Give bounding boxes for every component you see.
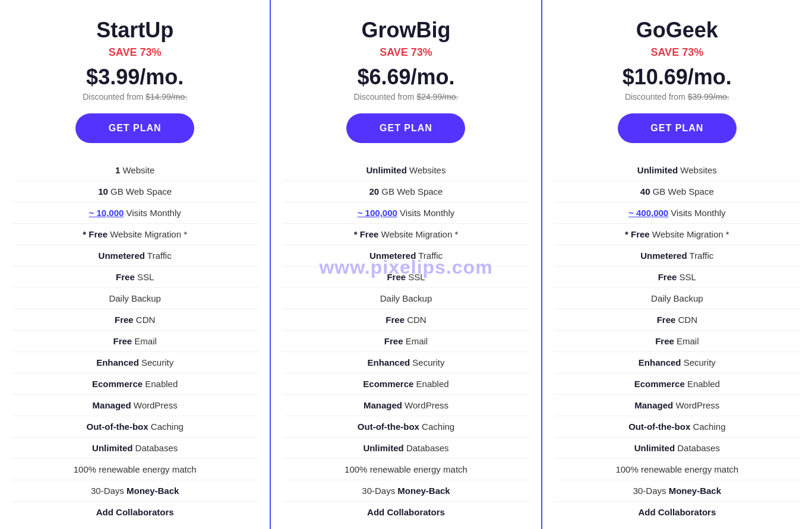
plan-col-growbig: www.pixelips.comGrowBigSAVE 73%$6.69/mo.… <box>271 0 542 529</box>
plan-save-startup: SAVE 73% <box>109 46 162 59</box>
list-item: Managed WordPress <box>554 395 800 416</box>
list-item: Daily Backup <box>12 288 258 309</box>
list-item: Free Email <box>554 331 800 352</box>
plan-name-gogeek: GoGeek <box>636 18 718 43</box>
list-item: 30-Days Money-Back <box>12 480 258 502</box>
plan-original-price-startup: Discounted from $14.99/mo. <box>83 92 187 102</box>
list-item: Managed WordPress <box>283 395 529 416</box>
plan-name-growbig: GrowBig <box>361 18 450 43</box>
list-item: Out-of-the-box Caching <box>12 416 258 438</box>
list-item: Add Collaborators <box>554 502 800 522</box>
plan-price-growbig: $6.69/mo. <box>357 65 454 90</box>
list-item: ~ 100,000 Visits Monthly <box>283 202 529 224</box>
list-item: Ecommerce Enabled <box>283 373 529 395</box>
plan-name-startup: StartUp <box>96 18 173 43</box>
plan-col-startup: StartUpSAVE 73%$3.99/mo.Discounted from … <box>0 0 271 529</box>
get-plan-button-startup[interactable]: GET PLAN <box>75 113 194 143</box>
list-item: 30-Days Money-Back <box>283 480 529 502</box>
list-item: Add Collaborators <box>283 502 529 522</box>
list-item: Ecommerce Enabled <box>12 373 258 395</box>
list-item: Daily Backup <box>283 288 529 309</box>
plan-original-price-growbig: Discounted from $24.99/mo. <box>354 92 459 102</box>
plan-price-startup: $3.99/mo. <box>86 65 184 90</box>
get-plan-button-growbig[interactable]: GET PLAN <box>346 113 465 143</box>
list-item: * Free Website Migration * <box>554 224 800 245</box>
list-item: Unmetered Traffic <box>554 245 800 267</box>
plan-col-gogeek: GoGeekSAVE 73%$10.69/mo.Discounted from … <box>542 0 812 529</box>
list-item: ~ 10,000 Visits Monthly <box>12 202 258 224</box>
list-item: Unlimited Databases <box>554 438 800 459</box>
list-item: Unlimited Databases <box>283 438 529 459</box>
list-item: Unlimited Websites <box>554 160 800 181</box>
list-item: Unlimited Databases <box>12 438 258 459</box>
list-item: Free CDN <box>283 309 529 331</box>
list-item: Out-of-the-box Caching <box>554 416 800 438</box>
list-item: Daily Backup <box>554 288 800 309</box>
list-item: Managed WordPress <box>12 395 258 416</box>
pricing-table: StartUpSAVE 73%$3.99/mo.Discounted from … <box>0 0 812 529</box>
plan-original-price-gogeek: Discounted from $39.99/mo. <box>625 92 729 102</box>
list-item: Enhanced Security <box>283 352 529 373</box>
features-list-growbig: Unlimited Websites20 GB Web Space~ 100,0… <box>283 160 529 522</box>
list-item: 20 GB Web Space <box>283 181 529 202</box>
list-item: 40 GB Web Space <box>554 181 800 202</box>
list-item: * Free Website Migration * <box>283 224 529 245</box>
list-item: Unmetered Traffic <box>283 245 529 267</box>
list-item: Free SSL <box>12 267 258 288</box>
plan-price-gogeek: $10.69/mo. <box>623 65 732 90</box>
plan-save-gogeek: SAVE 73% <box>650 46 703 59</box>
list-item: 100% renewable energy match <box>554 459 800 480</box>
list-item: 1 Website <box>12 160 258 181</box>
list-item: Free CDN <box>12 309 258 331</box>
list-item: Free Email <box>12 331 258 352</box>
list-item: Free Email <box>283 331 529 352</box>
list-item: Free SSL <box>554 267 800 288</box>
list-item: Add Collaborators <box>12 502 258 522</box>
features-list-gogeek: Unlimited Websites40 GB Web Space~ 400,0… <box>554 160 800 522</box>
list-item: ~ 400,000 Visits Monthly <box>554 202 800 224</box>
list-item: Unmetered Traffic <box>12 245 258 267</box>
list-item: Free CDN <box>554 309 800 331</box>
list-item: 10 GB Web Space <box>12 181 258 202</box>
list-item: Enhanced Security <box>12 352 258 373</box>
plan-save-growbig: SAVE 73% <box>380 46 432 59</box>
list-item: Out-of-the-box Caching <box>283 416 529 438</box>
list-item: 100% renewable energy match <box>12 459 258 480</box>
list-item: Unlimited Websites <box>283 160 529 181</box>
get-plan-button-gogeek[interactable]: GET PLAN <box>618 113 737 143</box>
list-item: Free SSL <box>283 267 529 288</box>
list-item: Ecommerce Enabled <box>554 373 800 395</box>
list-item: Enhanced Security <box>554 352 800 373</box>
list-item: 100% renewable energy match <box>283 459 529 480</box>
features-list-startup: 1 Website10 GB Web Space~ 10,000 Visits … <box>12 160 258 522</box>
list-item: 30-Days Money-Back <box>554 480 800 502</box>
list-item: * Free Website Migration * <box>12 224 258 245</box>
